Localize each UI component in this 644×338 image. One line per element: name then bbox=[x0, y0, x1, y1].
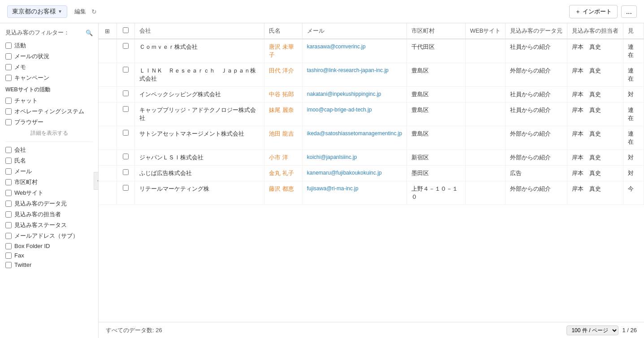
col-company[interactable]: 会社 bbox=[134, 23, 264, 39]
per-page-select[interactable]: 100 件 / ページ 50 件 / ページ 25 件 / ページ bbox=[566, 325, 618, 335]
filter-website[interactable]: Webサイト bbox=[0, 188, 98, 198]
filter-memo[interactable]: メモ bbox=[0, 62, 98, 73]
person-link[interactable]: 唐沢 未華子 bbox=[269, 43, 294, 58]
email-link[interactable]: koichi@japanlsiinc.jp bbox=[307, 154, 357, 160]
person-link[interactable]: 金丸 礼子 bbox=[269, 170, 294, 176]
filter-assignee[interactable]: 見込み客の担当者 bbox=[0, 209, 98, 220]
person-link[interactable]: 小市 洋 bbox=[269, 154, 288, 161]
filter-memo-checkbox[interactable] bbox=[5, 64, 12, 70]
row-email: karasawa@comverinc.jp bbox=[302, 39, 406, 63]
filter-company-checkbox[interactable] bbox=[5, 147, 12, 153]
filter-name-checkbox[interactable] bbox=[5, 158, 12, 164]
col-source[interactable]: 見込み客のデータ元 bbox=[506, 23, 567, 39]
filter-website-checkbox[interactable] bbox=[5, 190, 12, 196]
filter-chat-checkbox[interactable] bbox=[5, 98, 12, 104]
sidebar-collapse-toggle[interactable]: ‹ bbox=[94, 172, 99, 190]
filter-sub-email-checkbox[interactable] bbox=[5, 233, 12, 239]
row-source: 広告 bbox=[506, 166, 567, 181]
filter-status[interactable]: 見込み客ステータス bbox=[0, 220, 98, 231]
col-status[interactable]: 見 bbox=[623, 23, 644, 39]
row-status: 連在 bbox=[623, 103, 644, 126]
filter-campaign[interactable]: キャンペーン bbox=[0, 73, 98, 83]
page-info: 1 / 26 bbox=[622, 327, 637, 334]
filter-assignee-checkbox[interactable] bbox=[5, 211, 12, 218]
person-link[interactable]: 中谷 拓郎 bbox=[269, 91, 294, 98]
filter-fax[interactable]: Fax bbox=[0, 251, 98, 260]
filter-chat[interactable]: チャット bbox=[0, 95, 98, 106]
row-source: 外部からの紹介 bbox=[506, 63, 567, 87]
email-link[interactable]: ikeda@satoshiassetomanagementinc.jp bbox=[307, 130, 402, 137]
search-icon[interactable]: 🔍 bbox=[86, 30, 93, 36]
leads-table: ⊞ 会社 氏名 メール 市区町村 WEBサイト 見込み客のデータ元 見込み客の担… bbox=[99, 23, 644, 205]
row-expand-cell bbox=[99, 181, 117, 205]
edit-button[interactable]: 編集 bbox=[71, 6, 90, 17]
email-link[interactable]: tashiro@link-research-japan-inc.jp bbox=[307, 67, 389, 73]
person-link[interactable]: 藤沢 都恵 bbox=[269, 185, 294, 192]
row-checkbox[interactable] bbox=[123, 90, 129, 96]
filter-os-label: オペレーティングシステム bbox=[14, 107, 84, 116]
row-status: 今 bbox=[623, 181, 644, 205]
email-link[interactable]: imoo@cap-brige-ad-tech.jp bbox=[307, 107, 372, 113]
filter-os-checkbox[interactable] bbox=[5, 108, 12, 115]
row-city: 豊島区 bbox=[407, 103, 466, 126]
row-website bbox=[465, 87, 506, 103]
row-assignee: 岸本 真史 bbox=[567, 181, 623, 205]
filter-activity-checkbox[interactable] bbox=[5, 43, 12, 49]
filter-city-checkbox[interactable] bbox=[5, 179, 12, 185]
row-assignee: 岸本 真史 bbox=[567, 39, 623, 63]
extra-filters: 会社 氏名 メール 市区町村 Webサイト 見込み客のデータ元 bbox=[0, 145, 98, 270]
filter-status-checkbox[interactable] bbox=[5, 222, 12, 228]
filter-city[interactable]: 市区町村 bbox=[0, 177, 98, 188]
person-link[interactable]: 妹尾 麗奈 bbox=[269, 107, 294, 113]
main-layout: 見込み客のフィルター： 🔍 活動 メールの状況 メモ キャンペーン WEBサイト… bbox=[0, 23, 644, 338]
row-checkbox[interactable] bbox=[123, 130, 129, 136]
import-button[interactable]: ＋ インポート bbox=[569, 5, 618, 18]
filter-email-status-checkbox[interactable] bbox=[5, 53, 12, 60]
filter-os[interactable]: オペレーティングシステム bbox=[0, 106, 98, 117]
select-all-checkbox[interactable] bbox=[123, 27, 129, 33]
email-link[interactable]: nakatani@inpekushippinginc.jp bbox=[307, 91, 381, 97]
col-email[interactable]: メール bbox=[302, 23, 406, 39]
filter-email[interactable]: メール bbox=[0, 166, 98, 177]
person-link[interactable]: 池田 龍吉 bbox=[269, 130, 294, 137]
filter-activity[interactable]: 活動 bbox=[0, 40, 98, 51]
filter-twitter-checkbox[interactable] bbox=[5, 262, 12, 268]
person-link[interactable]: 田代 洋介 bbox=[269, 67, 294, 74]
expand-icon[interactable]: ⊞ bbox=[105, 28, 110, 34]
col-person[interactable]: 氏名 bbox=[264, 23, 302, 39]
more-button[interactable]: ... bbox=[621, 5, 637, 18]
filter-box-folder-checkbox[interactable] bbox=[5, 243, 12, 249]
row-checkbox[interactable] bbox=[123, 185, 129, 191]
row-checkbox[interactable] bbox=[123, 43, 129, 49]
refresh-icon[interactable]: ↻ bbox=[91, 8, 97, 15]
filter-box-folder[interactable]: Box Folder ID bbox=[0, 241, 98, 251]
filter-twitter[interactable]: Twitter bbox=[0, 260, 98, 270]
title-dropdown-button[interactable]: 東京都のお客様 ▼ bbox=[7, 5, 67, 18]
email-link[interactable]: kanemaru@fujibakoukokuinc.jp bbox=[307, 170, 382, 176]
filter-fax-checkbox[interactable] bbox=[5, 252, 12, 259]
filter-data-source[interactable]: 見込み客のデータ元 bbox=[0, 198, 98, 209]
email-link[interactable]: fujisawa@ri-ma-inc.jp bbox=[307, 185, 359, 192]
filter-name[interactable]: 氏名 bbox=[0, 155, 98, 166]
col-website[interactable]: WEBサイト bbox=[465, 23, 506, 39]
col-city[interactable]: 市区町村 bbox=[407, 23, 466, 39]
filter-browser-checkbox[interactable] bbox=[5, 119, 12, 125]
filter-campaign-checkbox[interactable] bbox=[5, 75, 12, 81]
row-checkbox[interactable] bbox=[123, 169, 129, 175]
email-link[interactable]: karasawa@comverinc.jp bbox=[307, 43, 366, 50]
filter-email-status[interactable]: メールの状況 bbox=[0, 51, 98, 62]
filter-company[interactable]: 会社 bbox=[0, 145, 98, 155]
title-text: 東京都のお客様 bbox=[12, 8, 56, 16]
row-checkbox[interactable] bbox=[123, 106, 129, 112]
table-row: ＬＩＮＫ Ｒｅｓｅａｒｃｈ Ｊａｐａｎ株式会社 田代 洋介 tashiro@li… bbox=[99, 63, 644, 87]
filter-sub-email[interactable]: メールアドレス（サブ） bbox=[0, 231, 98, 241]
row-checkbox[interactable] bbox=[123, 67, 129, 73]
col-assignee[interactable]: 見込み客の担当者 bbox=[567, 23, 623, 39]
row-website bbox=[465, 150, 506, 166]
filter-email-checkbox[interactable] bbox=[5, 168, 12, 175]
filter-data-source-checkbox[interactable] bbox=[5, 201, 12, 207]
filter-browser[interactable]: ブラウザー bbox=[0, 117, 98, 128]
row-city: 豊島区 bbox=[407, 87, 466, 103]
row-checkbox[interactable] bbox=[123, 154, 129, 159]
show-details-button[interactable]: 詳細を表示する bbox=[0, 128, 98, 139]
